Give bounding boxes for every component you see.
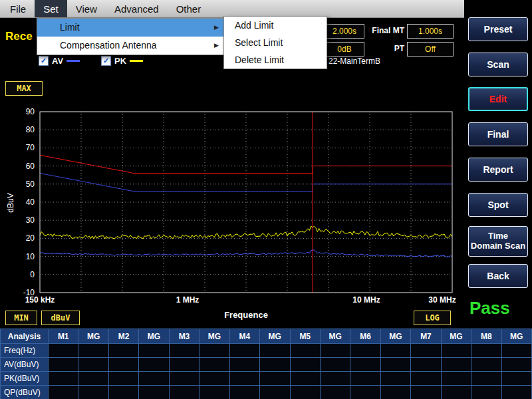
table-cell — [350, 372, 380, 386]
final-button[interactable]: Final — [468, 122, 528, 146]
y-axis-tick-label: 60 — [26, 162, 35, 171]
y-axis-tick-label: 70 — [26, 143, 35, 152]
y-axis-tick-label: 30 — [26, 215, 35, 225]
menu-item-view[interactable]: View — [67, 0, 106, 17]
x-tick-30mhz: 30 MHz — [419, 295, 466, 305]
table-cell — [49, 372, 78, 386]
table-cell — [471, 358, 501, 372]
table-col-header: MG — [200, 329, 229, 344]
table-row-label: Freq(Hz) — [1, 344, 49, 358]
table-cell — [350, 358, 380, 372]
menu-item-advanced[interactable]: Advanced — [106, 0, 168, 17]
table-cell — [49, 386, 78, 399]
table-cell — [321, 386, 350, 399]
table-cell — [260, 386, 290, 399]
scan-button[interactable]: Scan — [468, 53, 528, 76]
av-checkbox[interactable]: ✓ — [39, 56, 49, 66]
menu-item-limit-label: Limit — [60, 22, 80, 33]
menu-item-file[interactable]: File — [1, 0, 35, 17]
table-cell — [170, 386, 200, 399]
preset-button[interactable]: Preset — [468, 17, 528, 41]
table-cell — [200, 344, 229, 358]
table-col-header: M5 — [291, 329, 321, 344]
table-cell — [381, 358, 411, 372]
table-cell — [200, 372, 229, 386]
table-cell — [139, 344, 169, 358]
table-cell — [442, 386, 471, 399]
table-cell — [411, 344, 441, 358]
table-col-header: M6 — [350, 329, 380, 344]
table-cell — [200, 386, 229, 399]
table-cell — [109, 358, 139, 372]
table-cell — [170, 344, 200, 358]
table-cell — [200, 358, 229, 372]
table-col-header: MG — [260, 329, 290, 344]
table-col-header: M8 — [471, 329, 501, 344]
x-tick-10mhz: 10 MHz — [343, 295, 390, 305]
time-domain-scan-button[interactable]: Time Domain Scan — [468, 226, 528, 257]
table-cell — [381, 344, 411, 358]
table-cell — [442, 372, 471, 386]
spot-button[interactable]: Spot — [468, 193, 528, 217]
submenu-arrow-icon: ▶ — [214, 19, 219, 37]
table-col-header: M2 — [109, 329, 139, 344]
table-cell — [170, 372, 200, 386]
report-button[interactable]: Report — [468, 158, 528, 182]
table-cell — [260, 372, 290, 386]
limit-name-fragment: 22-MainTermB — [329, 57, 380, 66]
y-axis-tick-label: 80 — [26, 125, 35, 134]
menu-item-other[interactable]: Other — [168, 0, 210, 17]
y-axis-tick-label: 40 — [26, 198, 35, 207]
pt-label: PT — [383, 44, 404, 53]
pk-checkbox[interactable]: ✓ — [101, 56, 111, 66]
menu-item-limit[interactable]: Limit ▶ — [37, 19, 225, 37]
table-cell — [49, 358, 78, 372]
table-cell — [230, 372, 260, 386]
back-button[interactable]: Back — [468, 264, 528, 288]
table-cell — [471, 372, 501, 386]
max-button[interactable]: MAX — [5, 81, 43, 96]
check-icon: ✓ — [103, 57, 109, 65]
param-value-box-1[interactable]: 2.000s — [325, 24, 364, 39]
receiver-title: Rece — [5, 30, 33, 43]
submenu-item-add-limit[interactable]: Add Limit — [224, 17, 327, 34]
table-cell — [321, 344, 350, 358]
param-value-box-2[interactable]: 0dB — [325, 42, 364, 57]
table-cell — [502, 344, 532, 358]
table-cell — [321, 372, 350, 386]
table-col-header: MG — [139, 329, 169, 344]
log-button[interactable]: LOG — [414, 311, 451, 325]
min-button[interactable]: MIN — [5, 311, 37, 325]
y-axis-tick-label: 20 — [26, 233, 35, 243]
table-col-header: M7 — [411, 329, 441, 344]
table-cell — [502, 372, 532, 386]
table-cell — [442, 358, 471, 372]
final-mt-value-box[interactable]: 1.000s — [407, 24, 454, 39]
table-cell — [381, 372, 411, 386]
table-cell — [139, 386, 169, 399]
table-cell — [78, 358, 108, 372]
menu-item-set[interactable]: Set — [35, 0, 67, 17]
table-col-header: MG — [442, 329, 471, 344]
edit-button[interactable]: Edit — [468, 87, 528, 111]
submenu-item-delete-limit[interactable]: Delete Limit — [224, 51, 327, 68]
submenu-item-select-limit[interactable]: Select Limit — [224, 34, 327, 51]
table-cell — [230, 358, 260, 372]
table-cell — [260, 358, 290, 372]
table-col-header: MG — [321, 329, 350, 344]
menu-item-compensation-antenna[interactable]: Compensation Antenna ▶ — [37, 37, 225, 55]
av-label: AV — [52, 56, 63, 66]
table-col-header: M4 — [230, 329, 260, 344]
table-col-header: MG — [381, 329, 411, 344]
table-cell — [291, 386, 321, 399]
chart-svg[interactable]: 9080706050403020100-10 — [0, 108, 459, 301]
unit-button[interactable]: dBuV — [41, 311, 80, 325]
pt-value-box[interactable]: Off — [407, 42, 454, 57]
table-cell — [350, 386, 380, 399]
submenu-arrow-icon: ▶ — [214, 37, 219, 55]
table-cell — [49, 344, 78, 358]
table-cell — [502, 386, 532, 399]
table-cell — [471, 386, 501, 399]
check-icon: ✓ — [41, 57, 47, 65]
table-cell — [78, 344, 108, 358]
